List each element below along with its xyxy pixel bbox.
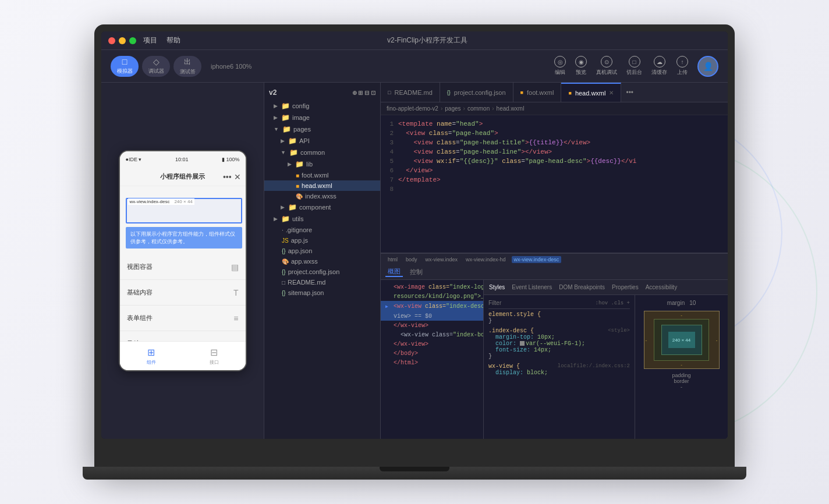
tree-app-wxss[interactable]: 🎨 app.wxss bbox=[264, 256, 380, 267]
style-rule-wx-view: wx-view { localfile:/.index.css:2 displa… bbox=[488, 363, 630, 376]
list-item-2[interactable]: 表单组件 ≡ bbox=[120, 306, 246, 331]
user-avatar[interactable]: 👤 bbox=[697, 56, 718, 77]
tree-image[interactable]: ▶ 📁 image bbox=[264, 112, 380, 123]
code-line-8: 8 bbox=[381, 185, 728, 194]
code-line-3: 3 <view class="page-head-title">{{title}… bbox=[381, 139, 728, 148]
st-tab-properties[interactable]: Properties bbox=[610, 284, 640, 290]
box-model-header: margin 10 bbox=[667, 300, 696, 306]
code-line-2: 2 <view class="page-head"> bbox=[381, 129, 728, 139]
real-debug-icon: ⊙ bbox=[601, 56, 612, 68]
phone-status-right: ▮ 100% bbox=[222, 157, 240, 162]
bc-common: common bbox=[467, 105, 490, 112]
action-background[interactable]: □ 切后台 bbox=[626, 56, 642, 76]
phone-nav-bar: 小程序组件展示 ••• ✕ bbox=[120, 168, 246, 186]
st-tab-accessibility[interactable]: Accessibility bbox=[644, 284, 679, 290]
tab-more[interactable]: ••• bbox=[621, 88, 638, 97]
etag-body[interactable]: body bbox=[403, 256, 420, 263]
style-filter-input[interactable] bbox=[488, 300, 593, 306]
preview-icon: ◉ bbox=[575, 56, 587, 68]
action-clear-cache[interactable]: ☁ 清缓存 bbox=[651, 56, 667, 76]
phone-status-center: 10:01 bbox=[175, 157, 189, 162]
phone-frame: ●IDE ▾ 10:01 ▮ 100% 小程序组件展示 ••• ✕ bbox=[119, 150, 247, 371]
tree-gitignore[interactable]: · .gitignore bbox=[264, 225, 380, 235]
elements-area: <wx-image class= "index-logo" src= "../r… bbox=[381, 280, 483, 439]
phone-status-bar: ●IDE ▾ 10:01 ▮ 100% bbox=[120, 151, 246, 168]
tree-lib[interactable]: ▶ 📁 lib bbox=[264, 158, 380, 170]
tree-app-json[interactable]: {} app.json bbox=[264, 246, 380, 256]
tree-common[interactable]: ▼ 📁 common bbox=[264, 147, 380, 158]
phone-bottom-tabs: ⊞ 组件 ⊟ 接口 bbox=[120, 341, 246, 370]
upload-icon: ↑ bbox=[676, 56, 688, 68]
app-title: v2-FinClip小程序开发工具 bbox=[180, 36, 674, 45]
tree-app-js[interactable]: JS app.js bbox=[264, 235, 380, 246]
elem-line-8: </html> bbox=[381, 358, 483, 367]
menu-project[interactable]: 项目 bbox=[143, 36, 157, 45]
tree-readme[interactable]: □ README.md bbox=[264, 277, 380, 288]
device-info: iphone6 100% bbox=[206, 63, 256, 70]
tree-head-wxml[interactable]: ■ head.wxml bbox=[264, 180, 380, 191]
phone-nav-more[interactable]: ••• ✕ bbox=[223, 172, 241, 182]
etag-wx-view-index-hd[interactable]: wx-view.index-hd bbox=[463, 256, 508, 263]
tab-foot-wxml[interactable]: ■ foot.wxml bbox=[513, 83, 562, 102]
tree-utils[interactable]: ▶ 📁 utils bbox=[264, 213, 380, 225]
btn-simulator[interactable]: □ 模拟器 bbox=[111, 56, 139, 77]
elem-line-2[interactable]: ▶ <wx-view class= "index-desc" >以下用展示小程序… bbox=[381, 301, 483, 311]
etag-wx-view-index[interactable]: wx-view.index bbox=[423, 256, 460, 263]
window-minimize[interactable] bbox=[119, 37, 126, 44]
list-item-1[interactable]: 基础内容 T bbox=[120, 280, 246, 306]
tree-config[interactable]: ▶ 📁 config bbox=[264, 100, 380, 112]
phone-tab-component[interactable]: ⊞ 组件 bbox=[120, 347, 183, 365]
tab-close-head[interactable]: ✕ bbox=[609, 90, 614, 96]
etag-wx-view-index-desc[interactable]: wx-view.index-desc bbox=[512, 256, 562, 263]
phone-nav-title: 小程序组件展示 bbox=[160, 172, 205, 181]
box-model: margin 10 - - - bbox=[635, 295, 728, 439]
action-upload[interactable]: ↑ 上传 bbox=[676, 56, 688, 76]
selected-content: 以下用展示小程序官方组件能力，组件样式仅供参考，程式仅供参考。 bbox=[126, 227, 242, 249]
styles-content: :hov .cls + element.style { } bbox=[484, 295, 728, 439]
bm-border-label: border bbox=[674, 378, 689, 384]
editor-panel: □ README.md {} project.config.json ■ foo… bbox=[381, 83, 728, 439]
window-maximize[interactable] bbox=[129, 37, 136, 44]
st-tab-events[interactable]: Event Listeners bbox=[510, 284, 554, 290]
btn-test[interactable]: 出 测试答 bbox=[173, 56, 201, 77]
laptop-base bbox=[83, 467, 746, 480]
filetree-panel: v2 ⊕ ⊞ ⊟ ⊡ ▶ 📁 config ▶ 📁 image bbox=[264, 83, 381, 439]
bp-tab-overview[interactable]: 概图 bbox=[385, 267, 403, 277]
style-rule-index-desc: .index-desc { <style> margin-top: 10px; … bbox=[488, 328, 630, 360]
action-real-debug[interactable]: ⊙ 真机调试 bbox=[596, 56, 617, 76]
btn-debugger[interactable]: ◇ 调试器 bbox=[142, 56, 170, 77]
tree-api[interactable]: ▶ 📁 API bbox=[264, 135, 380, 147]
menu-help[interactable]: 帮助 bbox=[166, 36, 180, 45]
action-preview[interactable]: ◉ 预览 bbox=[575, 56, 587, 76]
tree-index-wxss[interactable]: 🎨 index.wxss bbox=[264, 191, 380, 201]
tab-project-config[interactable]: {} project.config.json bbox=[440, 83, 513, 102]
tab-head-wxml[interactable]: ■ head.wxml ✕ bbox=[561, 83, 621, 102]
background-icon: □ bbox=[629, 56, 640, 68]
etag-html[interactable]: html bbox=[385, 256, 400, 263]
tree-component[interactable]: ▶ 📁 component bbox=[264, 201, 380, 213]
toolbar-left: □ 模拟器 ◇ 调试器 出 测试答 bbox=[111, 56, 201, 77]
styles-area: Styles Event Listeners DOM Breakpoints P… bbox=[483, 280, 728, 439]
styles-tabs: Styles Event Listeners DOM Breakpoints P… bbox=[484, 280, 728, 295]
list-item-3[interactable]: 导航 ••• bbox=[120, 331, 246, 341]
tree-foot-wxml[interactable]: ■ foot.wxml bbox=[264, 170, 380, 180]
bm-border: 240 × 44 bbox=[654, 319, 709, 361]
bottom-panel-content: <wx-image class= "index-logo" src= "../r… bbox=[381, 280, 728, 439]
bm-outer: - - - 240 × 44 bbox=[644, 311, 720, 369]
tree-project-config[interactable]: {} project.config.json bbox=[264, 267, 380, 277]
st-tab-styles[interactable]: Styles bbox=[487, 284, 506, 290]
elem-line-3: view> == $0 bbox=[381, 311, 483, 321]
element-tags-bar: html body wx-view.index wx-view.index-hd… bbox=[381, 253, 728, 265]
phone-tab-api[interactable]: ⊟ 接口 bbox=[183, 347, 246, 365]
tab-readme[interactable]: □ README.md bbox=[381, 83, 440, 102]
action-edit[interactable]: ◎ 编辑 bbox=[554, 56, 566, 76]
st-tab-dom[interactable]: DOM Breakpoints bbox=[557, 284, 607, 290]
tree-pages[interactable]: ▼ 📁 pages bbox=[264, 123, 380, 135]
bp-tab-control[interactable]: 控制 bbox=[408, 268, 425, 276]
bottom-panel-tabs: 概图 控制 bbox=[381, 265, 728, 280]
elem-line-7: </body> bbox=[381, 349, 483, 358]
code-editor[interactable]: 1 <template name="head"> 2 <view class="… bbox=[381, 115, 728, 253]
tree-sitemap[interactable]: {} sitemap.json bbox=[264, 288, 380, 298]
list-item-0[interactable]: 视图容器 ▤ bbox=[120, 254, 246, 280]
window-close[interactable] bbox=[108, 37, 115, 44]
